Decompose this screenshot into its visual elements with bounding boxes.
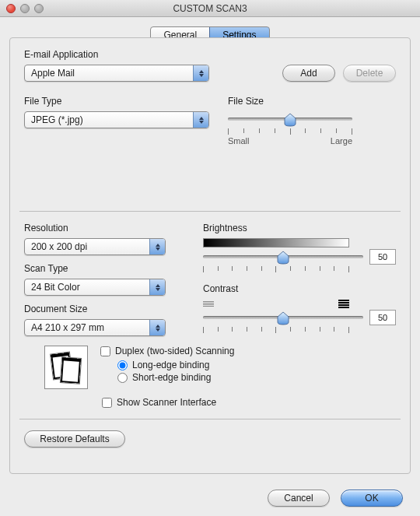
- email-app-value: Apple Mail: [31, 68, 75, 79]
- cancel-button[interactable]: Cancel: [268, 490, 330, 507]
- contrast-value[interactable]: 50: [369, 310, 396, 325]
- show-scanner-checkbox[interactable]: [102, 398, 112, 408]
- filetype-label: File Type: [24, 96, 228, 107]
- filesize-label: File Size: [228, 96, 396, 107]
- contrast-gradient-icon: [203, 299, 349, 308]
- duplex-checkbox[interactable]: [100, 346, 110, 356]
- filesize-small-label: Small: [228, 136, 250, 146]
- popup-arrows-icon: [149, 279, 165, 295]
- window-zoom-button[interactable]: [34, 4, 44, 13]
- contrast-slider[interactable]: [203, 310, 363, 325]
- short-edge-label: Short-edge binding: [132, 372, 211, 383]
- long-edge-label: Long-edge binding: [132, 360, 209, 370]
- resolution-popup[interactable]: 200 x 200 dpi: [24, 238, 166, 255]
- brightness-value[interactable]: 50: [369, 249, 396, 265]
- delete-button: Delete: [343, 65, 396, 82]
- filetype-value: JPEG (*.jpg): [31, 114, 83, 125]
- settings-panel: E-mail Application Apple Mail Add Delete…: [9, 37, 411, 474]
- separator: [19, 419, 401, 419]
- scantype-popup[interactable]: 24 Bit Color: [24, 279, 166, 296]
- ok-button[interactable]: OK: [341, 490, 403, 507]
- duplex-preview-icon: [44, 346, 88, 389]
- slider-thumb-icon: [277, 251, 289, 265]
- filesize-slider[interactable]: [228, 111, 352, 127]
- short-edge-radio[interactable]: [117, 373, 128, 383]
- popup-arrows-icon: [193, 112, 208, 128]
- duplex-label: Duplex (two-sided) Scanning: [115, 346, 234, 356]
- slider-thumb-icon: [277, 311, 289, 325]
- scantype-label: Scan Type: [24, 263, 187, 274]
- email-app-label: E-mail Application: [24, 49, 396, 60]
- contrast-label: Contrast: [203, 283, 396, 294]
- titlebar: CUSTOM SCAN3: [0, 0, 420, 17]
- show-scanner-label: Show Scanner Interface: [117, 397, 216, 408]
- window-title: CUSTOM SCAN3: [0, 3, 420, 14]
- resolution-value: 200 x 200 dpi: [31, 241, 87, 252]
- popup-arrows-icon: [149, 320, 165, 335]
- filetype-popup[interactable]: JPEG (*.jpg): [24, 111, 209, 128]
- window-close-button[interactable]: [6, 4, 16, 13]
- add-button[interactable]: Add: [282, 65, 335, 82]
- email-app-popup[interactable]: Apple Mail: [24, 65, 209, 82]
- brightness-slider[interactable]: [203, 249, 363, 265]
- docsize-popup[interactable]: A4 210 x 297 mm: [24, 319, 166, 336]
- scantype-value: 24 Bit Color: [31, 282, 80, 293]
- long-edge-radio[interactable]: [117, 360, 128, 370]
- resolution-label: Resolution: [24, 223, 187, 233]
- window-minimize-button[interactable]: [20, 4, 30, 13]
- popup-arrows-icon: [149, 239, 165, 254]
- popup-arrows-icon: [193, 65, 208, 81]
- docsize-value: A4 210 x 297 mm: [31, 322, 104, 333]
- brightness-label: Brightness: [203, 223, 396, 233]
- dialog-footer: Cancel OK: [0, 490, 420, 507]
- slider-thumb-icon: [284, 113, 296, 127]
- restore-defaults-button[interactable]: Restore Defaults: [24, 430, 125, 448]
- docsize-label: Document Size: [24, 304, 187, 314]
- separator: [19, 211, 401, 212]
- filesize-large-label: Large: [331, 136, 352, 146]
- brightness-gradient-icon: [203, 238, 349, 247]
